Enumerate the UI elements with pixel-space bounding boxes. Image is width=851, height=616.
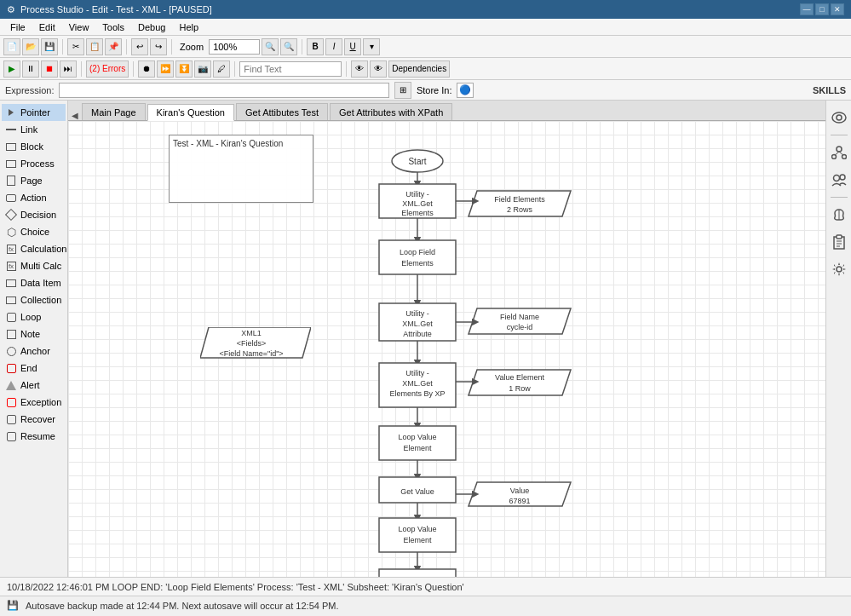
tab-kirans-question[interactable]: Kiran's Question [147,104,234,121]
bottombar: 💾 Autosave backup made at 12:44 PM. Next… [0,596,851,614]
sidebar-item-anchor[interactable]: Anchor [2,343,66,360]
pause-btn[interactable]: ⏸ [22,60,39,78]
sidebar-item-collection[interactable]: Collection [2,291,66,308]
cut-btn[interactable]: ✂ [67,38,84,55]
sidebar-item-resume[interactable]: Resume [2,428,66,445]
dep-icon2[interactable]: 👁 [370,60,387,78]
svg-line-65 [839,152,843,155]
sidebar-item-note[interactable]: Note [2,325,66,343]
tab-get-attribs-test[interactable]: Get Attibutes Test [236,103,328,120]
sidebar-item-alert[interactable]: Alert [2,377,66,394]
canvas[interactable]: Test - XML - Kiran's Question XML1 <Fiel… [68,121,825,577]
dep-icon1[interactable]: 👁 [351,60,368,78]
close-btn[interactable]: ✕ [831,3,844,15]
svg-text:Utility -: Utility - [405,190,429,199]
open-btn[interactable]: 📂 [22,38,39,55]
sidebar-item-loop[interactable]: Loop [2,308,66,325]
action-icon [5,192,17,204]
svg-text:Loop Field: Loop Field [400,248,435,256]
find-text-input[interactable] [239,61,342,77]
copy-btn[interactable]: 📋 [86,38,103,55]
svg-text:Element: Element [403,444,432,452]
subsheet-box[interactable]: Test - XML - Kiran's Question [169,135,313,203]
minimize-btn[interactable]: — [800,3,814,15]
statusbar: 10/18/2022 12:46:01 PM LOOP END: 'Loop F… [0,577,851,596]
redo-btn[interactable]: ↪ [150,38,167,55]
zoom-in-btn[interactable]: 🔍 [262,38,279,55]
sidebar-item-page[interactable]: Page [2,172,66,189]
flow-container: Test - XML - Kiran's Question XML1 <Fiel… [68,121,750,577]
eye-btn[interactable] [829,107,849,128]
svg-rect-7 [379,184,456,218]
zoom-input[interactable] [209,39,260,55]
decision-icon [5,209,17,221]
highlight-btn[interactable]: 🖊 [213,60,230,78]
more-btn[interactable]: ▾ [363,38,380,55]
sidebar-item-recover[interactable]: Recover [2,411,66,428]
italic-btn[interactable]: I [325,38,342,55]
step-over-btn[interactable]: ⏭ [60,60,77,78]
new-btn[interactable]: 📄 [3,38,20,55]
bp-btn[interactable]: ⏺ [138,60,155,78]
menu-edit[interactable]: Edit [32,21,62,33]
group-btn[interactable] [829,170,849,190]
underline-btn[interactable]: U [344,38,361,55]
play-btn[interactable]: ▶ [3,60,20,78]
sep5 [81,61,82,77]
main-layout: Pointer Link Block Process Page Action D… [0,101,851,577]
sidebar-item-decision[interactable]: Decision [2,206,66,223]
step-btn[interactable]: ⏬ [175,60,193,78]
clipboard-btn[interactable] [829,232,849,252]
menu-view[interactable]: View [62,21,96,33]
sidebar-item-data-item[interactable]: Data Item [2,274,66,291]
stop-btn[interactable]: ⏹ [41,60,58,78]
svg-text:67891: 67891 [509,497,530,505]
sidebar-item-pointer[interactable]: Pointer [2,104,66,121]
undo-btn[interactable]: ↩ [131,38,148,55]
run-sub-btn[interactable]: 📷 [194,60,211,78]
menu-file[interactable]: File [3,21,32,33]
block-icon [5,141,17,153]
menu-help[interactable]: Help [172,21,205,33]
tab-get-attribs-xpath[interactable]: Get Attributes with XPath [330,103,452,120]
run-to-btn[interactable]: ⏩ [157,60,174,78]
errors-btn[interactable]: (2) Errors [86,60,129,78]
sidebar-item-block[interactable]: Block [2,138,66,155]
bold-btn[interactable]: B [307,38,324,55]
save-btn[interactable]: 💾 [41,38,58,55]
brain-btn[interactable] [829,204,849,225]
maximize-btn[interactable]: □ [815,3,829,15]
menu-debug[interactable]: Debug [131,21,172,33]
dependencies-btn[interactable]: Dependencies [388,60,450,78]
sidebar-item-action[interactable]: Action [2,189,66,206]
paste-btn[interactable]: 📌 [105,38,122,55]
sidebar-item-calculation[interactable]: fx Calculation [2,240,66,257]
svg-rect-42 [379,477,456,503]
xml-node[interactable]: XML1 <Fields> <Field Name="id"> [200,327,311,363]
sidebar-item-process[interactable]: Process [2,155,66,172]
svg-line-64 [835,152,839,155]
sidebar-label-choice: Choice [20,227,49,237]
store-in-label: Store In: [417,85,452,95]
tab-arrow[interactable]: ◀ [72,111,78,120]
store-in-picker[interactable]: 🔵 [457,83,474,98]
tab-main-page[interactable]: Main Page [82,103,146,120]
sidebar-item-link[interactable]: Link [2,121,66,138]
svg-text:Value Element: Value Element [495,373,544,382]
sidebar-item-exception[interactable]: Exception [2,394,66,411]
network-btn[interactable] [829,142,849,163]
sidebar-item-choice[interactable]: ⬡ Choice [2,223,66,240]
canvas-area: ◀ Main Page Kiran's Question Get Attibut… [68,101,825,577]
sidebar-label-calculation: Calculation [20,244,66,254]
menu-tools[interactable]: Tools [95,21,131,33]
titlebar-controls: — □ ✕ [800,3,844,15]
sidebar-item-end[interactable]: End [2,360,66,377]
expression-input[interactable] [59,83,388,98]
gear-btn[interactable] [829,259,849,279]
sidebar-item-multi-calc[interactable]: fx Multi Calc [2,257,66,274]
app-icon: ⚙ [7,4,15,15]
expr-builder-btn[interactable]: ⊞ [394,82,411,99]
zoom-label: Zoom [176,42,207,52]
autosave-icon: 💾 [7,600,19,611]
zoom-out-btn[interactable]: 🔍 [280,38,297,55]
